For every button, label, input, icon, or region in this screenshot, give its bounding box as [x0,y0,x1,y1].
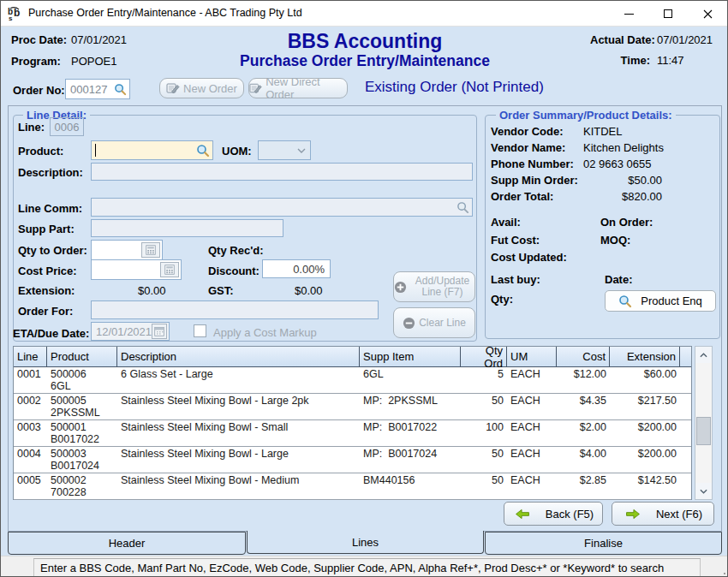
table-row[interactable]: 0002 5000052PKSSML Stainless Steel Mixin… [14,394,691,420]
eta-due-date-value: 12/01/2021 [92,325,152,338]
order-total-value: $820.00 [583,190,662,203]
resize-grip-icon[interactable] [724,573,725,574]
supp-part-input[interactable] [91,219,283,237]
table-row[interactable]: 0003 500001B0017022 Stainless Steel Mixi… [14,420,691,447]
calendar-icon[interactable] [152,324,167,339]
col-header-qty-ord[interactable]: Qty Ord [461,347,507,366]
app-title: BBS Accounting [194,30,536,53]
clear-line-button[interactable]: Clear Line [393,307,475,338]
order-for-input[interactable] [91,300,379,319]
order-summary-legend: Order Summary/Product Details: [496,109,676,122]
scroll-up-button[interactable] [695,347,712,363]
cell-extension: $200.00 [610,420,680,446]
actual-date-value: 07/01/2021 [657,33,713,46]
cell-product: 500002700228 [47,473,117,499]
tab-lines[interactable]: Lines [247,531,484,554]
scroll-down-icon [700,489,707,494]
qty-calculator-icon[interactable] [141,242,160,258]
cell-line: 0005 [14,473,47,499]
col-header-line[interactable]: Line [14,347,47,366]
next-button[interactable]: Next (F6) [612,502,714,526]
cell-cost: $12.00 [557,367,610,393]
minimize-icon [624,14,634,15]
cell-supp-item: 6GL [360,367,461,393]
apply-cost-markup-checkbox[interactable] [194,324,206,337]
line-comm-search-icon[interactable] [456,201,469,214]
phone-number-value: 02 9663 0655 [583,158,652,170]
cell-product: 500001B0017022 [47,420,117,446]
order-no-input[interactable]: 000127 [65,79,130,99]
eta-due-date-input[interactable]: 12/01/2021 [91,322,170,341]
add-update-line-button[interactable]: Add/Update Line (F7) [393,271,475,302]
tab-header[interactable]: Header [8,532,246,555]
line-comm-input[interactable] [91,198,473,217]
col-header-product[interactable]: Product [47,347,117,366]
cell-description: Stainless Steel Mixing Bowl - Large [117,447,360,473]
next-label: Next (F6) [656,508,702,520]
line-label: Line: [18,121,45,134]
order-no-label: Order No: [13,84,65,97]
close-button[interactable] [688,1,727,27]
cell-um: EACH [507,473,557,499]
discount-input[interactable]: 0.00% [262,259,331,278]
minimize-button[interactable] [609,1,648,27]
col-header-filler [680,347,691,366]
maximize-button[interactable] [648,1,688,27]
cell-qty-ord: 50 [461,473,507,499]
cell-supp-item: MP: B0017024 [360,447,461,473]
cell-qty-ord: 5 [461,367,507,393]
order-no-value: 000127 [66,83,107,96]
gst-value: $0.00 [295,284,323,297]
scrollbar-thumb[interactable] [696,417,711,445]
product-input[interactable] [91,140,213,160]
order-lines-table: Line Product Description Supp Item Qty O… [13,346,692,500]
product-enq-label: Product Enq [641,294,702,307]
new-direct-order-button[interactable]: New Direct Order [248,78,348,98]
qty-to-order-input[interactable] [91,240,163,260]
actual-date-label: Actual Date: [590,33,650,46]
table-scrollbar[interactable] [695,346,713,500]
product-enq-button[interactable]: Product Enq [605,290,716,312]
cell-extension: $200.00 [610,447,680,473]
col-header-cost[interactable]: Cost [557,347,610,366]
tab-finalise[interactable]: Finalise [485,532,722,555]
vendor-code-label: Vendor Code: [491,125,564,138]
new-order-icon [166,82,180,94]
time-label: Time: [590,54,650,67]
table-row[interactable]: 0004 500003B0017024 Stainless Steel Mixi… [14,447,691,473]
product-alt-code: B0017024 [51,461,114,473]
cell-cost: $4.00 [557,447,610,473]
cell-description: 6 Glass Set - Large [117,367,360,393]
product-enq-search-icon [618,294,632,308]
cell-extension: $142.50 [610,473,680,499]
col-header-supp-item[interactable]: Supp Item [360,347,461,366]
vendor-name-value: Kitchen Delights [583,141,664,154]
col-header-um[interactable]: UM [507,347,557,366]
order-status-text: Existing Order (Not Printed) [365,79,544,96]
description-input[interactable] [91,163,473,181]
status-message-panel: Enter a BBS Code, Manf Part No, EzCode, … [33,558,701,577]
table-row[interactable]: 0005 500002700228 Stainless Steel Mixing… [14,473,691,500]
table-header-row: Line Product Description Supp Item Qty O… [14,347,691,367]
cell-description: Stainless Steel Mixing Bowl - Medium [117,473,360,499]
avail-label: Avail: [491,216,521,229]
window-title: Purchase Order Entry/Maintenance - ABC T… [28,7,302,19]
cost-calculator-icon[interactable] [160,262,179,277]
cost-price-input[interactable] [91,259,182,280]
product-search-icon[interactable] [196,144,210,158]
table-row[interactable]: 0001 5000066GL 6 Glass Set - Large 6GL 5… [14,367,691,394]
cell-cost: $2.00 [557,420,610,446]
time-value: 11:47 [657,54,684,67]
uom-dropdown[interactable] [258,140,311,160]
uom-label: UOM: [222,145,252,158]
scroll-down-button[interactable] [695,483,712,499]
gst-label: GST: [208,284,234,297]
cell-um: EACH [507,367,557,393]
new-order-button[interactable]: New Order [159,78,244,98]
col-header-description[interactable]: Description [117,347,360,366]
qty-to-order-label: Qty to Order: [18,244,87,257]
back-button[interactable]: Back (F5) [504,502,603,526]
col-header-extension[interactable]: Extension [610,347,680,366]
order-search-icon[interactable] [114,83,127,96]
cell-extension: $60.00 [610,367,680,393]
